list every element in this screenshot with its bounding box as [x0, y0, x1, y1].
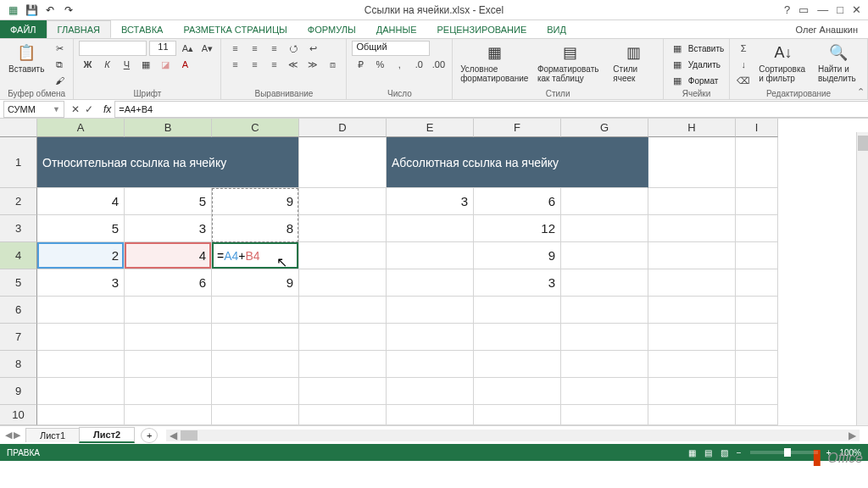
- cell-b5[interactable]: 6: [125, 269, 212, 297]
- select-all-corner[interactable]: [0, 119, 37, 137]
- cell-d3[interactable]: [299, 215, 387, 242]
- maximize-icon[interactable]: □: [837, 3, 843, 16]
- row-header-2[interactable]: 2: [0, 188, 37, 215]
- increase-font-icon[interactable]: A▴: [179, 41, 196, 56]
- sheet-nav-right-icon[interactable]: ▶: [14, 430, 20, 441]
- border-icon[interactable]: ▦: [137, 57, 154, 72]
- spreadsheet-grid[interactable]: A B C D E F G H I 1 Относительная ссылка…: [0, 119, 868, 425]
- cell-b4[interactable]: 4: [125, 242, 212, 269]
- underline-icon[interactable]: Ч: [118, 57, 135, 72]
- row-header-9[interactable]: 9: [0, 378, 37, 405]
- cancel-formula-icon[interactable]: ✕: [71, 103, 80, 115]
- cut-icon[interactable]: ✂: [51, 41, 68, 56]
- col-header-g[interactable]: G: [561, 119, 648, 137]
- col-header-b[interactable]: B: [125, 119, 212, 137]
- close-icon[interactable]: ✕: [852, 3, 861, 16]
- cell-c4[interactable]: =A4+B4 ↖: [212, 242, 299, 269]
- add-sheet-button[interactable]: +: [141, 428, 158, 443]
- row-header-10[interactable]: 10: [0, 405, 37, 425]
- clear-icon[interactable]: ⌫: [735, 73, 752, 88]
- cell-e5[interactable]: [387, 269, 474, 297]
- scroll-right-icon[interactable]: ▶: [845, 430, 860, 441]
- tab-view[interactable]: ВИД: [537, 20, 576, 38]
- insert-cells-icon[interactable]: ▦: [669, 41, 686, 56]
- comma-icon[interactable]: ,: [391, 57, 408, 72]
- decrease-indent-icon[interactable]: ≪: [285, 57, 302, 72]
- zoom-out-icon[interactable]: −: [737, 448, 742, 458]
- cell-f3[interactable]: 12: [474, 215, 561, 242]
- paste-button[interactable]: 📋 Вставить: [5, 41, 47, 75]
- copy-icon[interactable]: ⧉: [51, 57, 68, 72]
- currency-icon[interactable]: ₽: [352, 57, 369, 72]
- row-header-8[interactable]: 8: [0, 351, 37, 378]
- cell-f4[interactable]: 9: [474, 242, 561, 269]
- cond-fmt-button[interactable]: ▦Условное форматирование: [458, 41, 530, 85]
- bot-align-icon[interactable]: ≡: [265, 41, 282, 56]
- name-box[interactable]: СУММ▼: [3, 101, 64, 118]
- cell-c2[interactable]: 9: [212, 188, 299, 215]
- format-cells-icon[interactable]: ▦: [669, 73, 686, 88]
- view-break-icon[interactable]: ▧: [721, 448, 728, 458]
- col-header-f[interactable]: F: [474, 119, 561, 137]
- scroll-thumb[interactable]: [858, 136, 868, 151]
- sheet-nav-left-icon[interactable]: ◀: [5, 430, 12, 441]
- sheet-tab-1[interactable]: Лист1: [25, 428, 80, 442]
- ribbon-options-icon[interactable]: ▭: [798, 3, 809, 16]
- cell-c5[interactable]: 9: [212, 269, 299, 297]
- row-header-7[interactable]: 7: [0, 324, 37, 351]
- cell-g4[interactable]: [561, 242, 648, 269]
- number-format-select[interactable]: Общий: [352, 41, 430, 56]
- cell-g2[interactable]: [561, 188, 648, 215]
- decrease-font-icon[interactable]: A▾: [198, 41, 215, 56]
- format-painter-icon[interactable]: 🖌: [51, 73, 68, 88]
- bold-icon[interactable]: Ж: [79, 57, 96, 72]
- cell-g5[interactable]: [561, 269, 648, 297]
- center-align-icon[interactable]: ≡: [246, 57, 263, 72]
- merge-icon[interactable]: ⧈: [324, 57, 341, 72]
- col-header-i[interactable]: I: [736, 119, 778, 137]
- orientation-icon[interactable]: ⭯: [285, 41, 302, 56]
- fill-icon[interactable]: ↓: [735, 57, 752, 72]
- fmt-table-button[interactable]: ▤Форматировать как таблицу: [534, 41, 606, 85]
- tab-formulas[interactable]: ФОРМУЛЫ: [298, 20, 366, 38]
- row-header-4[interactable]: 4: [0, 242, 37, 269]
- minimize-icon[interactable]: —: [817, 3, 828, 16]
- font-select[interactable]: [79, 41, 147, 56]
- cell-h5[interactable]: [648, 269, 736, 297]
- cell-d2[interactable]: [299, 188, 387, 215]
- tab-review[interactable]: РЕЦЕНЗИРОВАНИЕ: [426, 20, 537, 38]
- cell-g3[interactable]: [561, 215, 648, 242]
- undo-icon[interactable]: ↶: [42, 3, 58, 18]
- cell-h4[interactable]: [648, 242, 736, 269]
- dec-decimal-icon[interactable]: .00: [430, 57, 447, 72]
- cell-h3[interactable]: [648, 215, 736, 242]
- tab-insert[interactable]: ВСТАВКА: [111, 20, 173, 38]
- tab-file[interactable]: ФАЙЛ: [0, 20, 47, 38]
- cell-a5[interactable]: 3: [37, 269, 125, 297]
- font-color-icon[interactable]: A: [176, 57, 193, 72]
- redo-icon[interactable]: ↷: [61, 3, 76, 18]
- row-header-6[interactable]: 6: [0, 297, 37, 324]
- tab-layout[interactable]: РАЗМЕТКА СТРАНИЦЫ: [173, 20, 297, 38]
- cell-i2[interactable]: [736, 188, 778, 215]
- help-icon[interactable]: ?: [784, 3, 790, 16]
- cell-b3[interactable]: 3: [125, 215, 212, 242]
- row-header-1[interactable]: 1: [0, 137, 37, 188]
- hscroll-thumb[interactable]: [181, 430, 198, 441]
- sheet-tab-2[interactable]: Лист2: [79, 427, 135, 443]
- col-header-h[interactable]: H: [648, 119, 736, 137]
- cell-d5[interactable]: [299, 269, 387, 297]
- cell-f2[interactable]: 6: [474, 188, 561, 215]
- cell-e1[interactable]: Абсолютная ссылка на ячейку: [387, 137, 648, 188]
- vertical-scrollbar[interactable]: [856, 132, 868, 437]
- user-name[interactable]: Олег Анашкин: [796, 20, 868, 38]
- cell-e2[interactable]: 3: [387, 188, 474, 215]
- percent-icon[interactable]: %: [371, 57, 388, 72]
- left-align-icon[interactable]: ≡: [226, 57, 243, 72]
- cell-e4[interactable]: [387, 242, 474, 269]
- view-normal-icon[interactable]: ▦: [688, 448, 696, 458]
- enter-formula-icon[interactable]: ✓: [85, 103, 93, 115]
- wrap-text-icon[interactable]: ↩: [304, 41, 321, 56]
- cell-a1[interactable]: Относительная ссылка на ячейку: [37, 137, 299, 188]
- row-header-3[interactable]: 3: [0, 215, 37, 242]
